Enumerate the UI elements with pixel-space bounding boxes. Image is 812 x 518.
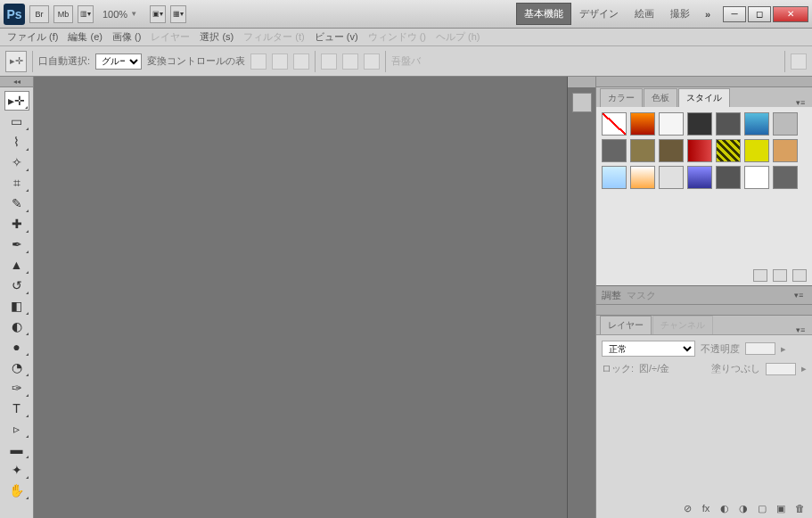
menu-edit[interactable]: 編集 (e) <box>64 29 106 45</box>
pen-tool[interactable]: ✑ <box>4 378 29 398</box>
tab-layers[interactable]: レイヤー <box>600 316 652 334</box>
autoselect-dropdown[interactable]: グループ <box>95 53 142 70</box>
menu-file[interactable]: ファイル (f) <box>4 29 62 45</box>
style-swatch[interactable] <box>687 112 712 136</box>
style-swatch[interactable] <box>744 112 769 136</box>
workspace-photo[interactable]: 撮影 <box>662 3 698 25</box>
tools-grip[interactable]: ◂◂ <box>0 77 33 87</box>
fx-icon[interactable]: fx <box>699 502 713 514</box>
blur-tool[interactable]: ● <box>4 337 29 357</box>
lock-icons[interactable]: 図/÷/金 <box>639 362 669 375</box>
style-swatch[interactable] <box>744 166 769 189</box>
tab-swatches[interactable]: 色板 <box>644 88 677 107</box>
style-swatch[interactable] <box>602 112 627 136</box>
crop-tool[interactable]: ⌗ <box>4 173 29 193</box>
eraser-tool[interactable]: ◧ <box>4 296 29 316</box>
workspace-paint[interactable]: 絵画 <box>627 3 662 25</box>
move-tool[interactable]: ▸✛ <box>4 91 29 111</box>
close-button[interactable]: ✕ <box>773 6 808 22</box>
doc-dropdown[interactable]: ▦▾ <box>170 5 186 23</box>
zoom-level[interactable]: 100% <box>103 9 127 20</box>
3d-tool[interactable]: ✦ <box>4 460 29 480</box>
distribute-icon[interactable] <box>321 53 337 70</box>
panel-grip[interactable] <box>596 305 812 316</box>
style-swatch[interactable] <box>659 112 684 136</box>
menu-window[interactable]: ウィンドウ () <box>365 29 430 45</box>
gradient-tool[interactable]: ◐ <box>4 317 29 336</box>
align-icon[interactable] <box>250 53 267 70</box>
workspace-basic[interactable]: 基本機能 <box>516 3 571 25</box>
folder-icon[interactable]: ▢ <box>755 502 769 514</box>
style-swatch[interactable] <box>602 139 627 162</box>
type-tool[interactable]: T <box>4 399 29 418</box>
style-swatch[interactable] <box>773 166 798 189</box>
opacity-slider[interactable] <box>745 342 775 355</box>
trash-icon[interactable]: 🗑 <box>792 502 807 514</box>
style-swatch[interactable] <box>744 139 769 162</box>
style-swatch[interactable] <box>630 112 655 136</box>
stamp-tool[interactable]: ▲ <box>4 255 29 275</box>
opt-extra-icon[interactable] <box>791 53 807 70</box>
style-swatch[interactable] <box>773 139 798 162</box>
menu-layer[interactable]: レイヤー <box>147 29 193 45</box>
style-swatch[interactable] <box>659 139 684 162</box>
menu-image[interactable]: 画像 () <box>109 29 144 45</box>
align-icon[interactable] <box>272 53 288 70</box>
tab-styles[interactable]: スタイル <box>678 88 730 107</box>
style-swatch[interactable] <box>716 166 741 189</box>
current-tool-icon[interactable]: ▸✛ <box>5 51 27 72</box>
eyedropper-tool[interactable]: ✎ <box>4 193 29 213</box>
workspace-design[interactable]: デザイン <box>571 3 627 25</box>
dodge-tool[interactable]: ◔ <box>4 358 29 377</box>
dock-icon[interactable] <box>572 93 592 112</box>
minimize-button[interactable]: ─ <box>723 6 746 22</box>
wand-tool[interactable]: ✧ <box>4 152 29 172</box>
menu-help[interactable]: ヘルプ (h) <box>432 29 484 45</box>
align-icon[interactable] <box>293 53 309 70</box>
style-swatch[interactable] <box>773 112 798 136</box>
hand-tool[interactable]: ✋ <box>4 481 29 500</box>
bridge-button[interactable]: Br <box>29 5 49 23</box>
style-swatch[interactable] <box>659 166 684 189</box>
style-swatch[interactable] <box>602 166 627 189</box>
blend-mode-select[interactable]: 正常 <box>602 341 695 357</box>
brush-tool[interactable]: ✒ <box>4 234 29 254</box>
style-swatch[interactable] <box>716 112 741 136</box>
tab-adjust[interactable]: 調整 <box>602 289 621 302</box>
menu-select[interactable]: 選択 (s) <box>196 29 237 45</box>
mask-icon[interactable]: ◐ <box>718 502 732 514</box>
new-layer-icon[interactable]: ▣ <box>774 502 788 514</box>
style-swatch[interactable] <box>630 166 655 189</box>
heal-tool[interactable]: ✚ <box>4 214 29 234</box>
menu-view[interactable]: ビュー (v) <box>311 29 362 45</box>
style-swatch[interactable] <box>716 139 741 162</box>
arrange-dropdown[interactable]: ▥▾ <box>78 5 94 23</box>
dock-grip[interactable] <box>568 77 595 87</box>
history-brush-tool[interactable]: ↺ <box>4 275 29 295</box>
tab-channels[interactable]: チャンネル <box>652 316 713 334</box>
canvas-area[interactable] <box>34 77 567 518</box>
adjust-panel-head[interactable]: 調整 マスク ▾≡ <box>596 285 812 305</box>
tab-mask[interactable]: マスク <box>627 289 656 302</box>
distribute-icon[interactable] <box>342 53 358 70</box>
panel-grip[interactable] <box>596 77 812 87</box>
lasso-tool[interactable]: ⌇ <box>4 132 29 152</box>
panel-menu-icon[interactable]: ▾≡ <box>796 98 808 107</box>
shape-tool[interactable]: ▬ <box>4 440 29 459</box>
maximize-button[interactable]: ◻ <box>748 6 771 22</box>
minibridge-button[interactable]: Mb <box>53 5 73 23</box>
panel-menu-icon[interactable]: ▾≡ <box>796 325 808 334</box>
styles-new-icon[interactable] <box>773 269 787 282</box>
link-icon[interactable]: ⊘ <box>680 502 694 514</box>
marquee-tool[interactable]: ▭ <box>4 111 29 131</box>
adjust-icon[interactable]: ◑ <box>736 502 750 514</box>
style-swatch[interactable] <box>687 139 712 162</box>
style-swatch[interactable] <box>630 139 655 162</box>
tab-color[interactable]: カラー <box>600 88 643 107</box>
styles-stop-icon[interactable] <box>753 269 767 282</box>
menu-filter[interactable]: フィルター (t) <box>240 29 308 45</box>
path-tool[interactable]: ▹ <box>4 419 29 439</box>
distribute-icon[interactable] <box>364 53 380 70</box>
styles-trash-icon[interactable] <box>792 269 807 282</box>
more-icon[interactable]: » <box>705 9 710 20</box>
